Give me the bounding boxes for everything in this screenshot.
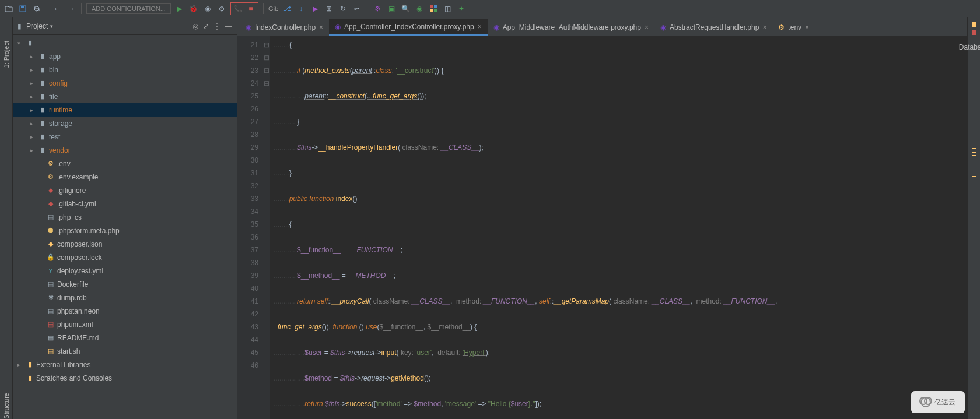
editor-tab[interactable]: ◉App_Controller_IndexController.proxy.ph… bbox=[329, 19, 488, 36]
scroll-mark[interactable] bbox=[972, 152, 977, 153]
watermark-logo-icon bbox=[921, 397, 931, 407]
puzzle-icon[interactable]: ✦ bbox=[456, 3, 467, 14]
project-tool-tab[interactable]: 1: Project bbox=[3, 41, 10, 68]
tab-label: .env bbox=[788, 23, 802, 31]
tree-file[interactable]: ◆composer.json bbox=[13, 237, 237, 251]
globe-icon[interactable]: ◉ bbox=[414, 3, 425, 14]
project-tree[interactable]: ▮ ▮app▮bin▮config▮file▮runtime▮storage▮t… bbox=[13, 35, 237, 419]
close-tab-icon[interactable]: × bbox=[478, 23, 482, 31]
watermark-text: 亿速云 bbox=[935, 397, 956, 407]
close-tab-icon[interactable]: × bbox=[762, 23, 766, 31]
collapse-icon[interactable]: ⤢ bbox=[203, 22, 209, 30]
project-panel-title[interactable]: Project ▾ bbox=[26, 22, 53, 30]
watermark: 亿速云 bbox=[911, 391, 965, 413]
left-tool-gutter: 1: Project Structure bbox=[0, 17, 13, 419]
editor-tab[interactable]: ◉AbstractRequestHandler.php× bbox=[654, 19, 772, 36]
stop-icon[interactable]: ■ bbox=[246, 3, 256, 14]
editor-tab[interactable]: ⚙.env× bbox=[772, 19, 815, 36]
git-update-icon[interactable]: ↓ bbox=[296, 3, 306, 14]
scroll-mark[interactable] bbox=[972, 176, 977, 177]
editor-tabs: ◉IndexController.php×◉App_Controller_Ind… bbox=[237, 17, 967, 36]
terminal-icon[interactable]: ▣ bbox=[386, 3, 397, 14]
tree-file[interactable]: Ydeploy.test.yml bbox=[13, 264, 237, 277]
run-icon[interactable]: ▶ bbox=[174, 3, 185, 14]
tree-folder-storage[interactable]: ▮storage bbox=[13, 117, 237, 130]
svg-rect-5 bbox=[434, 9, 437, 12]
tree-folder-app[interactable]: ▮app bbox=[13, 50, 237, 63]
inspection-warn-icon[interactable] bbox=[972, 30, 977, 35]
git-branch-icon[interactable]: ⎇ bbox=[282, 3, 292, 14]
close-tab-icon[interactable]: × bbox=[805, 23, 809, 31]
debug-icon[interactable]: 🐞 bbox=[188, 3, 199, 14]
svg-rect-4 bbox=[430, 9, 433, 12]
tree-folder-bin[interactable]: ▮bin bbox=[13, 63, 237, 76]
hide-panel-icon[interactable]: — bbox=[225, 22, 232, 30]
tree-file[interactable]: ▤phpunit.xml bbox=[13, 318, 237, 331]
code-editor[interactable]: 2122232425262728293031323334353637383940… bbox=[237, 36, 967, 419]
tree-scratches[interactable]: ▮Scratches and Consoles bbox=[13, 371, 237, 385]
ide-icon[interactable]: ◫ bbox=[442, 3, 453, 14]
back-icon[interactable]: ← bbox=[52, 3, 62, 14]
tree-file[interactable]: ⚙.env bbox=[13, 157, 237, 170]
git-rollback-icon[interactable]: ⤺ bbox=[352, 3, 362, 14]
tree-file[interactable]: ⚙.env.example bbox=[13, 170, 237, 184]
folder-icon: ▮ bbox=[18, 22, 22, 30]
editor-tab[interactable]: ◉IndexController.php× bbox=[240, 19, 329, 36]
settings-menu-icon[interactable]: ⋮ bbox=[214, 22, 220, 30]
scroll-mark[interactable] bbox=[972, 155, 977, 156]
debug-group: 📞 ■ bbox=[230, 2, 258, 15]
code-area[interactable]: ........{ ............if (method_exists(… bbox=[270, 36, 967, 419]
tree-file[interactable]: ▤phpstan.neon bbox=[13, 304, 237, 318]
editor-tab[interactable]: ◉App_Middleware_AuthMiddleware.proxy.php… bbox=[488, 19, 654, 36]
svg-rect-1 bbox=[21, 6, 24, 8]
right-tool-gutter: Database bbox=[967, 17, 980, 419]
settings-icon[interactable]: ⚙ bbox=[372, 3, 383, 14]
attach-debug-icon[interactable]: 📞 bbox=[233, 3, 243, 14]
tree-file[interactable]: ⬢.phpstorm.meta.php bbox=[13, 224, 237, 237]
open-icon[interactable] bbox=[4, 3, 14, 14]
svg-rect-3 bbox=[434, 5, 437, 8]
run-config-select[interactable]: ADD CONFIGURATION... bbox=[86, 3, 171, 14]
fold-gutter: ⊟⊟⊟⊟ bbox=[263, 36, 270, 419]
tree-file[interactable]: 🔒composer.lock bbox=[13, 251, 237, 264]
tab-label: App_Middleware_AuthMiddleware.proxy.php bbox=[503, 23, 641, 31]
tree-folder-file[interactable]: ▮file bbox=[13, 90, 237, 103]
tree-file[interactable]: ▤Dockerfile bbox=[13, 277, 237, 291]
git-commit-icon[interactable]: ⊞ bbox=[324, 3, 334, 14]
tree-file[interactable]: ◆.gitignore bbox=[13, 184, 237, 197]
tree-folder-runtime[interactable]: ▮runtime bbox=[13, 103, 237, 117]
tab-label: App_Controller_IndexController.proxy.php bbox=[344, 23, 474, 31]
git-history-icon[interactable]: ↻ bbox=[338, 3, 348, 14]
project-panel: ▮ Project ▾ ◎ ⤢ ⋮ — ▮ ▮app▮bin▮config▮fi… bbox=[13, 17, 237, 419]
tab-label: IndexController.php bbox=[255, 23, 316, 31]
line-number-gutter: 2122232425262728293031323334353637383940… bbox=[237, 36, 263, 419]
tab-label: AbstractRequestHandler.php bbox=[670, 23, 759, 31]
close-tab-icon[interactable]: × bbox=[319, 23, 323, 31]
tree-file[interactable]: ▤README.md bbox=[13, 331, 237, 344]
save-icon[interactable] bbox=[18, 3, 28, 14]
tree-root[interactable]: ▮ bbox=[13, 36, 237, 50]
tree-file[interactable]: ✱dump.rdb bbox=[13, 291, 237, 304]
tree-external-libs[interactable]: ▮External Libraries bbox=[13, 358, 237, 371]
profile-icon[interactable]: ⊙ bbox=[216, 3, 227, 14]
close-tab-icon[interactable]: × bbox=[645, 23, 649, 31]
tree-file[interactable]: ◆.gitlab-ci.yml bbox=[13, 197, 237, 210]
tree-file[interactable]: ▤start.sh bbox=[13, 344, 237, 358]
main-toolbar: ← → ADD CONFIGURATION... ▶ 🐞 ◉ ⊙ 📞 ■ Git… bbox=[0, 0, 980, 17]
search-icon[interactable]: 🔍 bbox=[400, 3, 411, 14]
inspection-status-icon[interactable] bbox=[972, 22, 977, 27]
tree-file[interactable]: ▤.php_cs bbox=[13, 210, 237, 224]
tree-folder-config[interactable]: ▮config bbox=[13, 76, 237, 90]
forward-icon[interactable]: → bbox=[66, 3, 76, 14]
tree-folder-test[interactable]: ▮test bbox=[13, 130, 237, 143]
grid-icon[interactable] bbox=[428, 3, 439, 14]
aim-icon[interactable]: ◎ bbox=[192, 22, 198, 30]
coverage-icon[interactable]: ◉ bbox=[202, 3, 213, 14]
structure-tool-tab[interactable]: Structure bbox=[3, 393, 10, 419]
refresh-icon[interactable] bbox=[32, 3, 42, 14]
svg-rect-2 bbox=[430, 5, 433, 8]
scroll-mark[interactable] bbox=[972, 148, 977, 149]
tree-folder-vendor[interactable]: ▮vendor bbox=[13, 143, 237, 157]
git-push-icon[interactable]: ▶ bbox=[310, 3, 320, 14]
git-label: Git: bbox=[268, 5, 278, 12]
